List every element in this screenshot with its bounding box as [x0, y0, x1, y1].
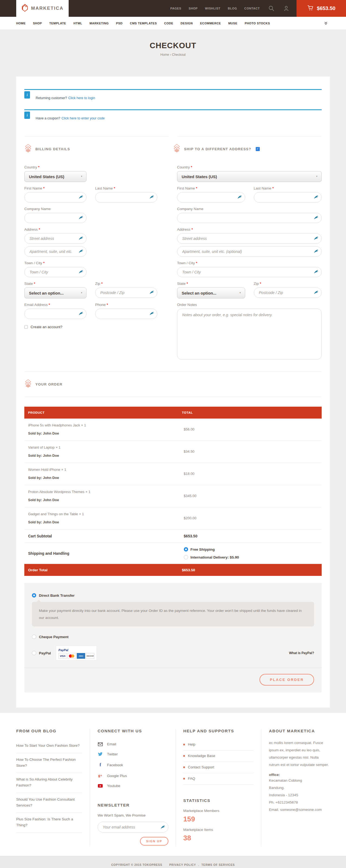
- order-notes-textarea[interactable]: [177, 309, 322, 360]
- billing-country-select[interactable]: United States (US): [24, 171, 86, 182]
- billing-zip-input[interactable]: [95, 287, 157, 298]
- header-nav-blog[interactable]: BLOG: [228, 7, 237, 10]
- menu-ecommerce[interactable]: ECOMMERCE: [200, 22, 221, 25]
- logo[interactable]: MARKETICA: [16, 0, 69, 17]
- shipping-last-name-input[interactable]: [254, 192, 322, 203]
- header-nav-shop[interactable]: SHOP: [189, 7, 198, 10]
- blog-link[interactable]: What is So Alluring About Celebrity Fash…: [16, 773, 82, 793]
- paypal-radio[interactable]: [32, 651, 36, 655]
- ship-different-checkbox[interactable]: [256, 147, 260, 151]
- shipping-first-name-input[interactable]: [177, 192, 245, 203]
- sign-up-button[interactable]: SIGN UP: [140, 837, 168, 845]
- menu-cms-templates[interactable]: CMS TEMPLATES: [130, 22, 157, 25]
- menu-muse[interactable]: MUSE: [228, 22, 237, 25]
- menu-marketing[interactable]: MARKETING: [90, 22, 109, 25]
- menu-design[interactable]: DESIGN: [180, 22, 193, 25]
- bullet-icon: [183, 755, 185, 757]
- billing-company-input[interactable]: [24, 213, 86, 223]
- mastercard-badge: [68, 653, 76, 659]
- account-icon[interactable]: [283, 5, 289, 12]
- header-nav-wishlist[interactable]: WISHLIST: [205, 7, 220, 10]
- menu-html[interactable]: HTML: [73, 22, 82, 25]
- billing-last-name-input[interactable]: [95, 192, 157, 203]
- social-email-link[interactable]: Email: [98, 739, 168, 749]
- blog-link[interactable]: How To Start Your Own Fashion Store?: [16, 739, 82, 753]
- shipping-company-input[interactable]: [177, 213, 322, 223]
- shipping-state-select[interactable]: Select an option...: [177, 287, 245, 298]
- sold-by-label: Sold by:: [28, 498, 42, 502]
- autofill-icon: [79, 249, 83, 254]
- blog-link[interactable]: Plus Size Fashion: Is There Such a Thing…: [16, 813, 82, 833]
- international-delivery-option[interactable]: International Delivery: $5.90: [184, 555, 239, 559]
- billing-form: Country * United States (US) First Name …: [24, 161, 169, 361]
- menu-photo-stocks[interactable]: PHOTO STOCKS: [245, 22, 270, 25]
- social-youtube-link[interactable]: Youtube: [98, 781, 168, 791]
- marketplace-items-value: 38: [183, 834, 253, 842]
- payment-methods-panel: Direct Bank Transfer Make your payment d…: [24, 583, 322, 692]
- billing-apartment-input[interactable]: [24, 246, 86, 257]
- menu-more-chevron-icon[interactable]: [324, 21, 327, 25]
- free-shipping-option[interactable]: Free Shipping: [184, 547, 239, 552]
- help-link[interactable]: FAQ: [183, 773, 253, 785]
- header-nav-contact[interactable]: CONTACT: [244, 7, 260, 10]
- social-facebook-link[interactable]: f Facebook: [98, 759, 168, 771]
- shipping-country-select[interactable]: United States (US): [177, 171, 322, 182]
- shipping-apartment-input[interactable]: [177, 246, 322, 257]
- menu-code[interactable]: CODE: [164, 22, 173, 25]
- menu-psd[interactable]: PSD: [116, 22, 123, 25]
- billing-town-input[interactable]: [24, 267, 86, 277]
- product-total: $18.00: [184, 472, 195, 476]
- social-twitter-link[interactable]: Twitter: [98, 749, 168, 759]
- menu-home[interactable]: HOME: [16, 22, 26, 25]
- menu-template[interactable]: TEMPLATE: [49, 22, 66, 25]
- breadcrumb-home[interactable]: Home: [160, 53, 169, 57]
- cart-button[interactable]: $653.50: [297, 0, 346, 17]
- free-shipping-radio[interactable]: [184, 547, 188, 552]
- coupon-link[interactable]: Click here to enter your code: [62, 117, 105, 120]
- shipping-street-input[interactable]: [177, 234, 322, 244]
- paypal-label: PayPal: [39, 651, 51, 655]
- help-link[interactable]: Contact Support: [183, 762, 253, 773]
- shipping-zip-input[interactable]: [254, 287, 322, 298]
- blog-link[interactable]: Should You Use Fashion Consultant Servic…: [16, 793, 82, 813]
- cart-total: $653.50: [317, 5, 336, 11]
- search-icon[interactable]: [268, 5, 275, 12]
- facebook-icon: f: [98, 762, 103, 768]
- last-name-label: Last Name *: [254, 186, 322, 190]
- cheque-payment-radio[interactable]: [32, 634, 36, 639]
- bank-transfer-option[interactable]: Direct Bank Transfer: [32, 593, 314, 597]
- billing-first-name-input[interactable]: [24, 192, 86, 203]
- help-link[interactable]: Help: [183, 739, 253, 750]
- cheque-payment-option[interactable]: Cheque Payment: [32, 634, 314, 639]
- blog-link[interactable]: How To Choose The Perfect Fashion Store?: [16, 753, 82, 773]
- create-account-checkbox[interactable]: [24, 325, 28, 329]
- sold-by-label: Sold by:: [28, 454, 42, 458]
- help-link[interactable]: Knowladge Base: [183, 750, 253, 762]
- social-googleplus-link[interactable]: g+ Google Plus: [98, 771, 168, 781]
- order-table-header: PRODUCT TOTAL: [24, 407, 322, 418]
- menu-shop[interactable]: SHOP: [33, 22, 42, 25]
- seller-name: John Doe: [43, 476, 59, 480]
- billing-phone-input[interactable]: [95, 309, 157, 319]
- your-order-header: YOUR ORDER: [24, 379, 173, 389]
- order-item-row: Women Hold iPhone × 1 Sold by: John Doe …: [24, 463, 322, 485]
- paypal-option[interactable]: PayPal PayPal VISA AMEX DISCOVER What is…: [32, 646, 314, 660]
- discover-badge: DISCOVER: [86, 653, 94, 659]
- international-delivery-radio[interactable]: [184, 555, 188, 559]
- autofill-icon: [314, 236, 319, 242]
- billing-state-select[interactable]: Select an option...: [24, 287, 86, 298]
- create-account-label: Create an account?: [31, 325, 63, 329]
- shipping-town-input[interactable]: [177, 267, 322, 277]
- terms-link[interactable]: TERMS OF SERVICES: [201, 863, 235, 866]
- product-total: $345.00: [184, 494, 197, 498]
- billing-email-input[interactable]: [24, 309, 86, 319]
- login-link[interactable]: Click here to login: [68, 96, 95, 100]
- billing-street-input[interactable]: [24, 234, 86, 244]
- bottom-bar: COPYRIGHT © 2015 TOKOPRESS PRIVACY POLIC…: [0, 856, 346, 868]
- bank-transfer-radio[interactable]: [32, 593, 36, 597]
- place-order-button[interactable]: PLACE ORDER: [260, 674, 314, 685]
- header-nav-pages[interactable]: PAGES: [170, 7, 181, 10]
- newsletter-email-input[interactable]: [98, 822, 168, 833]
- what-is-paypal-link[interactable]: What is PayPal?: [289, 651, 314, 655]
- privacy-policy-link[interactable]: PRIVACY POLICY: [169, 863, 196, 866]
